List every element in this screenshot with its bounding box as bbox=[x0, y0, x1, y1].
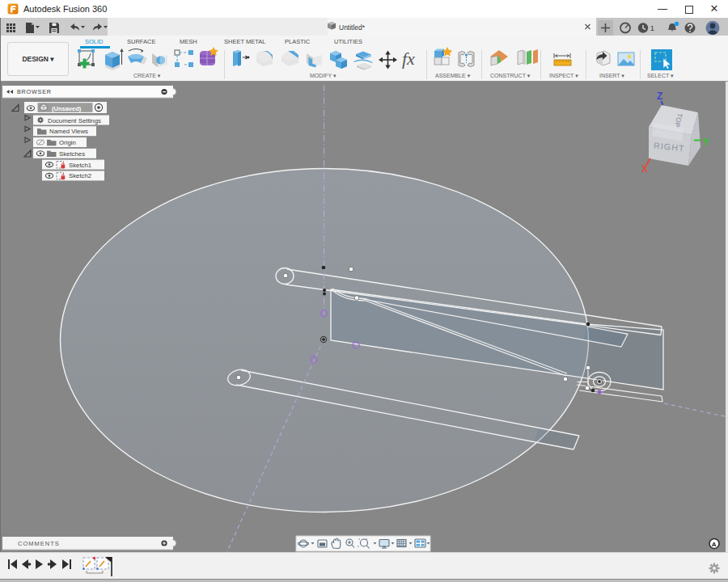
svg-text:COMMENTS: COMMENTS bbox=[18, 540, 60, 547]
svg-text:1: 1 bbox=[650, 24, 654, 32]
svg-text:Sketch2: Sketch2 bbox=[69, 172, 91, 179]
svg-text:Named Views: Named Views bbox=[49, 128, 88, 135]
svg-text:Origin: Origin bbox=[59, 139, 76, 146]
svg-text:fx: fx bbox=[402, 48, 415, 69]
svg-text:(Unsaved): (Unsaved) bbox=[52, 105, 82, 112]
svg-text:Untitled*: Untitled* bbox=[339, 23, 366, 32]
svg-text:Sketches: Sketches bbox=[59, 150, 85, 158]
svg-text:A: A bbox=[712, 541, 717, 548]
svg-text:Document Settings: Document Settings bbox=[48, 117, 101, 124]
svg-text:Sketch1: Sketch1 bbox=[69, 162, 91, 169]
svg-text:BROWSER: BROWSER bbox=[17, 88, 52, 95]
